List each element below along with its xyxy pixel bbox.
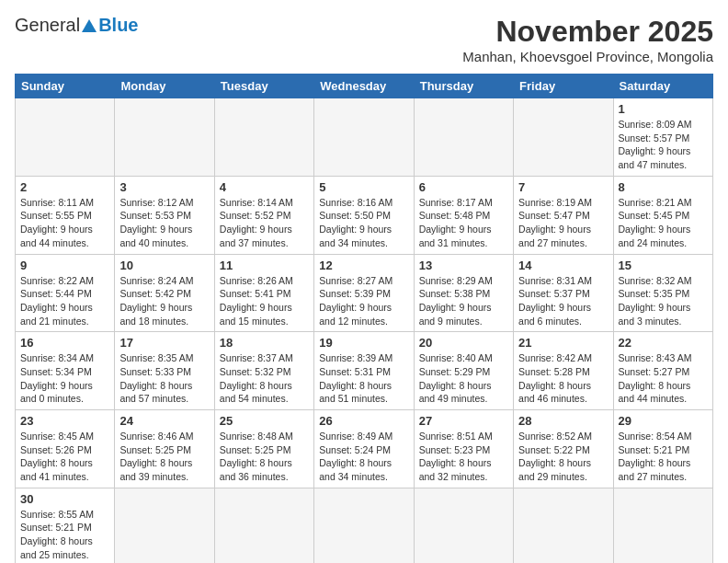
calendar-week-row: 30Sunrise: 8:55 AM Sunset: 5:21 PM Dayli… [16, 488, 713, 563]
weekday-header-wednesday: Wednesday [314, 75, 414, 98]
calendar-cell: 20Sunrise: 8:40 AM Sunset: 5:29 PM Dayli… [414, 332, 513, 410]
calendar-cell: 1Sunrise: 8:09 AM Sunset: 5:57 PM Daylig… [613, 98, 712, 177]
weekday-header-thursday: Thursday [414, 75, 513, 98]
calendar-cell: 30Sunrise: 8:55 AM Sunset: 5:21 PM Dayli… [16, 488, 115, 563]
location-title: Manhan, Khoevsgoel Province, Mongolia [462, 49, 713, 64]
day-number: 14 [518, 259, 608, 272]
calendar-cell: 8Sunrise: 8:21 AM Sunset: 5:45 PM Daylig… [613, 176, 712, 254]
day-info: Sunrise: 8:27 AM Sunset: 5:39 PM Dayligh… [319, 274, 408, 328]
day-info: Sunrise: 8:32 AM Sunset: 5:35 PM Dayligh… [619, 274, 708, 328]
day-number: 26 [319, 414, 408, 428]
calendar-cell: 11Sunrise: 8:26 AM Sunset: 5:41 PM Dayli… [214, 254, 313, 332]
calendar-cell: 13Sunrise: 8:29 AM Sunset: 5:38 PM Dayli… [414, 254, 513, 332]
day-info: Sunrise: 8:29 AM Sunset: 5:38 PM Dayligh… [419, 274, 508, 328]
calendar-cell: 29Sunrise: 8:54 AM Sunset: 5:21 PM Dayli… [613, 410, 712, 488]
calendar-table: SundayMondayTuesdayWednesdayThursdayFrid… [15, 74, 713, 563]
day-info: Sunrise: 8:09 AM Sunset: 5:57 PM Dayligh… [619, 118, 708, 172]
day-number: 10 [119, 259, 209, 272]
calendar-cell: 14Sunrise: 8:31 AM Sunset: 5:37 PM Dayli… [514, 254, 613, 332]
day-info: Sunrise: 8:43 AM Sunset: 5:27 PM Dayligh… [619, 351, 708, 406]
calendar-week-row: 1Sunrise: 8:09 AM Sunset: 5:57 PM Daylig… [16, 98, 713, 177]
day-number: 28 [518, 414, 608, 428]
calendar-cell: 3Sunrise: 8:12 AM Sunset: 5:53 PM Daylig… [115, 176, 214, 254]
day-number: 7 [518, 180, 608, 194]
day-info: Sunrise: 8:34 AM Sunset: 5:34 PM Dayligh… [20, 351, 109, 406]
day-info: Sunrise: 8:31 AM Sunset: 5:37 PM Dayligh… [518, 274, 608, 328]
weekday-header-monday: Monday [115, 75, 214, 98]
day-info: Sunrise: 8:35 AM Sunset: 5:33 PM Dayligh… [119, 351, 209, 406]
day-number: 16 [20, 336, 109, 350]
calendar-cell [115, 98, 214, 177]
day-number: 24 [119, 414, 209, 428]
day-number: 30 [20, 492, 109, 506]
logo-general: General [15, 15, 80, 36]
day-info: Sunrise: 8:21 AM Sunset: 5:45 PM Dayligh… [619, 196, 708, 250]
day-number: 25 [220, 414, 309, 428]
day-info: Sunrise: 8:48 AM Sunset: 5:25 PM Dayligh… [220, 430, 309, 484]
calendar-cell: 10Sunrise: 8:24 AM Sunset: 5:42 PM Dayli… [115, 254, 214, 332]
calendar-cell: 22Sunrise: 8:43 AM Sunset: 5:27 PM Dayli… [613, 332, 712, 410]
day-info: Sunrise: 8:11 AM Sunset: 5:55 PM Dayligh… [20, 196, 109, 250]
day-info: Sunrise: 8:24 AM Sunset: 5:42 PM Dayligh… [119, 274, 209, 328]
calendar-cell: 9Sunrise: 8:22 AM Sunset: 5:44 PM Daylig… [16, 254, 115, 332]
day-info: Sunrise: 8:49 AM Sunset: 5:24 PM Dayligh… [319, 430, 408, 484]
day-number: 19 [319, 336, 408, 350]
title-area: November 2025 Manhan, Khoevsgoel Provinc… [462, 15, 713, 64]
calendar-cell: 6Sunrise: 8:17 AM Sunset: 5:48 PM Daylig… [414, 176, 513, 254]
calendar-cell [115, 488, 214, 563]
day-number: 21 [518, 336, 608, 350]
day-number: 22 [619, 336, 708, 350]
day-number: 3 [119, 180, 209, 194]
calendar-cell: 26Sunrise: 8:49 AM Sunset: 5:24 PM Dayli… [314, 410, 414, 488]
day-number: 23 [20, 414, 109, 428]
calendar-cell: 25Sunrise: 8:48 AM Sunset: 5:25 PM Dayli… [214, 410, 313, 488]
weekday-header-row: SundayMondayTuesdayWednesdayThursdayFrid… [16, 75, 713, 98]
day-info: Sunrise: 8:14 AM Sunset: 5:52 PM Dayligh… [220, 196, 309, 250]
day-number: 9 [20, 259, 109, 272]
calendar-cell: 4Sunrise: 8:14 AM Sunset: 5:52 PM Daylig… [214, 176, 313, 254]
day-number: 8 [619, 180, 708, 194]
day-number: 18 [220, 336, 309, 350]
calendar-cell [314, 98, 414, 177]
day-info: Sunrise: 8:17 AM Sunset: 5:48 PM Dayligh… [419, 196, 508, 250]
calendar-cell: 2Sunrise: 8:11 AM Sunset: 5:55 PM Daylig… [16, 176, 115, 254]
day-info: Sunrise: 8:45 AM Sunset: 5:26 PM Dayligh… [20, 430, 109, 484]
calendar-cell: 23Sunrise: 8:45 AM Sunset: 5:26 PM Dayli… [16, 410, 115, 488]
day-info: Sunrise: 8:12 AM Sunset: 5:53 PM Dayligh… [119, 196, 209, 250]
day-number: 2 [20, 180, 109, 194]
calendar-cell: 28Sunrise: 8:52 AM Sunset: 5:22 PM Dayli… [514, 410, 613, 488]
day-info: Sunrise: 8:46 AM Sunset: 5:25 PM Dayligh… [119, 430, 209, 484]
calendar-cell: 18Sunrise: 8:37 AM Sunset: 5:32 PM Dayli… [214, 332, 313, 410]
calendar-week-row: 9Sunrise: 8:22 AM Sunset: 5:44 PM Daylig… [16, 254, 713, 332]
day-info: Sunrise: 8:52 AM Sunset: 5:22 PM Dayligh… [518, 430, 608, 484]
calendar-cell: 7Sunrise: 8:19 AM Sunset: 5:47 PM Daylig… [514, 176, 613, 254]
calendar-cell: 24Sunrise: 8:46 AM Sunset: 5:25 PM Dayli… [115, 410, 214, 488]
logo-blue: Blue [98, 15, 138, 36]
calendar-week-row: 2Sunrise: 8:11 AM Sunset: 5:55 PM Daylig… [16, 176, 713, 254]
day-number: 17 [119, 336, 209, 350]
day-number: 12 [319, 259, 408, 272]
calendar-cell [414, 488, 513, 563]
day-number: 1 [619, 102, 708, 116]
weekday-header-friday: Friday [514, 75, 613, 98]
calendar-cell [514, 488, 613, 563]
calendar-cell [16, 98, 115, 177]
calendar-cell: 17Sunrise: 8:35 AM Sunset: 5:33 PM Dayli… [115, 332, 214, 410]
calendar-week-row: 16Sunrise: 8:34 AM Sunset: 5:34 PM Dayli… [16, 332, 713, 410]
weekday-header-saturday: Saturday [613, 75, 712, 98]
day-number: 5 [319, 180, 408, 194]
calendar-cell [314, 488, 414, 563]
weekday-header-tuesday: Tuesday [214, 75, 313, 98]
calendar-cell [414, 98, 513, 177]
calendar-cell [613, 488, 712, 563]
calendar-cell: 15Sunrise: 8:32 AM Sunset: 5:35 PM Dayli… [613, 254, 712, 332]
month-title: November 2025 [462, 15, 713, 49]
day-info: Sunrise: 8:19 AM Sunset: 5:47 PM Dayligh… [518, 196, 608, 250]
logo-triangle [82, 19, 97, 32]
calendar-cell [514, 98, 613, 177]
day-number: 27 [419, 414, 508, 428]
logo: General Blue [15, 15, 139, 36]
day-info: Sunrise: 8:42 AM Sunset: 5:28 PM Dayligh… [518, 351, 608, 406]
day-number: 13 [419, 259, 508, 272]
calendar-cell: 16Sunrise: 8:34 AM Sunset: 5:34 PM Dayli… [16, 332, 115, 410]
